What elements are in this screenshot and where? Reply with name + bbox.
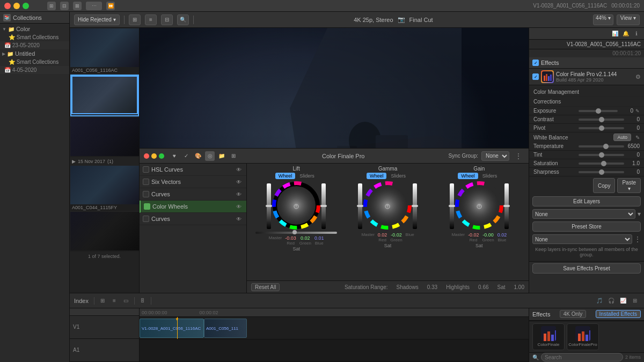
effects-checkbox[interactable]: ✓: [532, 60, 539, 66]
tint-slider[interactable]: [579, 154, 624, 156]
icon-btn-1[interactable]: ⊞: [47, 2, 56, 10]
layer-eye-4[interactable]: 👁: [235, 202, 243, 211]
preset-store-button[interactable]: Preset Store: [532, 221, 641, 232]
sidebar-group-color[interactable]: ▼ 📁 Color: [0, 25, 69, 33]
tl-playhead[interactable]: [177, 317, 178, 339]
gamma-wheel-tab[interactable]: Wheel: [367, 173, 387, 179]
cfp-dot-2[interactable]: [151, 153, 157, 159]
tl-clip-2[interactable]: A001_C056_111: [204, 319, 247, 338]
tl-icon-clip[interactable]: ▭: [121, 296, 131, 306]
effects-lib-icon-1[interactable]: 🎵: [595, 296, 604, 306]
minimize-button[interactable]: [13, 3, 20, 9]
layer-hsl-curves[interactable]: HSL Curves 👁: [140, 164, 246, 176]
reset-all-button[interactable]: Reset All: [251, 283, 280, 291]
gamma-slider-v-right[interactable]: [413, 183, 417, 229]
wb-edit-icon[interactable]: ✎: [635, 135, 640, 141]
gain-sliders-tab[interactable]: Sliders: [479, 173, 501, 179]
gamma-slider-v-left[interactable]: [358, 183, 362, 229]
view-mode-btn-1[interactable]: ⊞: [129, 14, 141, 25]
tl-clip-1[interactable]: V1-0028_A001_C056_1116AC: [140, 319, 204, 338]
edit-layers-button[interactable]: Edit Layers: [532, 196, 641, 206]
icon-btn-3[interactable]: ⊠: [73, 2, 82, 10]
cfp-color-icon[interactable]: 🎨: [193, 151, 203, 161]
filter-4k-btn[interactable]: 4K Only: [560, 310, 587, 318]
view-mode-btn-2[interactable]: ≡: [145, 14, 157, 25]
cfp-plugin-checkbox[interactable]: ✓: [532, 73, 539, 80]
fullscreen-button[interactable]: [23, 3, 29, 9]
tl-icon-zoom[interactable]: 🎚: [138, 296, 148, 306]
cfp-more-icon[interactable]: ⋮: [513, 152, 524, 160]
save-effects-preset-button[interactable]: Save Effects Preset: [532, 263, 641, 274]
cfp-folder-icon[interactable]: 📁: [217, 151, 226, 161]
lift-slider-h[interactable]: [255, 232, 336, 234]
view-mode-btn-3[interactable]: ⊟: [161, 14, 173, 25]
tl-icon-view[interactable]: ⊞: [98, 296, 107, 306]
tl-icon-list[interactable]: ≡: [109, 296, 119, 306]
exposure-slider[interactable]: [579, 110, 618, 112]
sidebar-item-smart-collections-2[interactable]: ⭐ Smart Collections: [0, 58, 69, 66]
cfp-dot-3[interactable]: [159, 153, 164, 159]
search-icon[interactable]: 🔍: [177, 14, 189, 25]
browser-clip-4[interactable]: A001_C044_1115FY: [70, 166, 139, 211]
inspector-icon-3[interactable]: ℹ: [632, 29, 641, 38]
browser-clip-2[interactable]: [70, 75, 139, 116]
layer-checkbox-5[interactable]: [143, 216, 149, 222]
layer-checkbox-2[interactable]: [143, 179, 149, 185]
cfp-check-icon[interactable]: ✓: [181, 151, 191, 161]
effect-thumb-1[interactable]: ColorFinale: [532, 323, 565, 350]
zoom-select[interactable]: 44% ▾: [593, 14, 613, 25]
browser-clip-1[interactable]: A001_C056_1116AC: [70, 28, 139, 73]
gear-icon[interactable]: ⚙: [635, 73, 641, 80]
sidebar-icon-1[interactable]: 📚: [3, 14, 11, 21]
cfp-wheel-icon[interactable]: ◎: [205, 151, 215, 161]
gamma-sliders-tab[interactable]: Sliders: [387, 173, 409, 179]
contrast-slider[interactable]: [579, 119, 624, 121]
sidebar-group-untitled[interactable]: ▶ 📁 Untitled: [0, 49, 69, 58]
lift-slider-v-right[interactable]: [321, 183, 326, 229]
cfp-dot-1[interactable]: [144, 153, 149, 159]
lift-sliders-tab[interactable]: Sliders: [296, 173, 318, 179]
layer-eye-5[interactable]: 👁: [235, 215, 243, 223]
cfp-heart-icon[interactable]: ♥: [170, 151, 179, 161]
gamma-wheel[interactable]: ✎: [363, 181, 412, 231]
copy-button[interactable]: Copy: [593, 178, 615, 193]
effects-lib-icon-3[interactable]: 📈: [618, 296, 628, 306]
lift-wheel[interactable]: ✎: [272, 181, 320, 231]
dropdown-2-more[interactable]: ⋮: [634, 235, 641, 243]
sync-group-select[interactable]: None: [481, 151, 509, 161]
saturation-slider[interactable]: [579, 162, 624, 165]
browser-clip-5[interactable]: [70, 212, 139, 252]
lift-wheel-tab[interactable]: Wheel: [275, 173, 296, 179]
effects-search-input[interactable]: [541, 353, 623, 361]
inspector-icon-2[interactable]: 🔔: [621, 29, 630, 38]
layer-color-wheels[interactable]: Color Wheels 👁: [140, 201, 246, 213]
sidebar-item-smart-collections-1[interactable]: ⭐ Smart Collections: [0, 33, 69, 41]
cfp-grid-icon[interactable]: ⊞: [229, 151, 238, 161]
icon-btn-4[interactable]: ⋯: [86, 2, 102, 10]
browser-clip-3[interactable]: [70, 117, 139, 157]
layer-curves-2[interactable]: Curves 👁: [140, 213, 246, 225]
gain-wheel-tab[interactable]: Wheel: [458, 173, 478, 179]
layer-checkbox-1[interactable]: [143, 166, 149, 173]
dropdown-1-chevron[interactable]: ▾: [638, 210, 641, 218]
layer-checkbox-4[interactable]: [144, 203, 150, 210]
icon-btn-2[interactable]: ⊟: [60, 2, 69, 10]
layer-checkbox-3[interactable]: [143, 191, 149, 197]
lift-slider-v-left[interactable]: [267, 183, 271, 229]
gain-wheel[interactable]: ✎: [455, 181, 503, 231]
inspector-icon-1[interactable]: 📊: [611, 29, 619, 38]
gain-slider-v-right[interactable]: [504, 183, 509, 229]
sharpness-slider[interactable]: [579, 171, 624, 173]
paste-button[interactable]: Paste ▾: [617, 178, 641, 193]
auto-white-balance-button[interactable]: Auto: [613, 134, 631, 141]
close-button[interactable]: [4, 3, 11, 9]
layer-eye-2[interactable]: 👁: [235, 178, 243, 186]
exposure-edit-icon[interactable]: ✎: [635, 108, 640, 114]
temperature-slider[interactable]: [579, 145, 624, 147]
layer-curves-1[interactable]: Curves 👁: [140, 188, 246, 201]
effects-lib-icon-2[interactable]: 🎧: [606, 296, 616, 306]
effect-thumb-2[interactable]: ColorFinalePro: [567, 323, 599, 350]
view-button[interactable]: View ▾: [617, 14, 640, 25]
layer-six-vectors[interactable]: Six Vectors 👁: [140, 176, 246, 188]
effects-lib-icon-4[interactable]: ⊞: [630, 296, 640, 306]
